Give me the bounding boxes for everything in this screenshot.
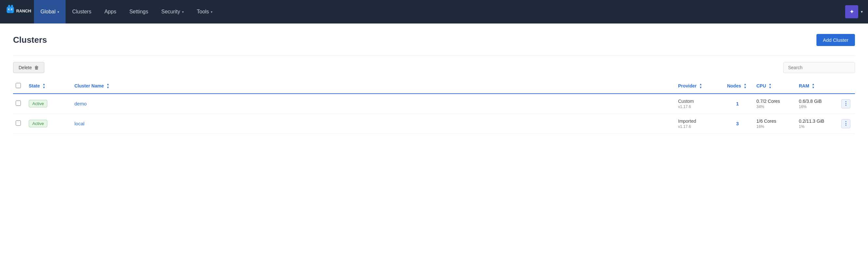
- delete-button[interactable]: Delete 🗑: [13, 62, 44, 73]
- row-checkbox-0[interactable]: [16, 100, 21, 106]
- search-input[interactable]: [783, 62, 855, 73]
- navbar-right: ✦ ▾: [845, 5, 863, 18]
- provider-sort-icon: ▲▼: [699, 83, 702, 89]
- cluster-name-link[interactable]: demo: [74, 101, 87, 107]
- table-body: Active demo Custom v1.17.6 1 0.7/2 Cores…: [13, 94, 855, 134]
- cpu-column-header[interactable]: CPU ▲▼: [754, 79, 796, 94]
- row-provider-cell: Imported v1.17.6: [676, 114, 721, 134]
- row-state-cell: Active: [26, 114, 72, 134]
- cpu-sort-icon: ▲▼: [769, 83, 771, 89]
- global-chevron-icon: ▾: [57, 10, 59, 14]
- ram-gib: 0.6/3.8 GiB: [799, 98, 836, 104]
- cpu-cores: 0.7/2 Cores: [756, 98, 794, 104]
- cluster-name-link[interactable]: local: [74, 121, 85, 126]
- page-content: Clusters Add Cluster Delete 🗑 State ▲▼: [0, 24, 868, 267]
- row-checkbox-cell: [13, 114, 26, 134]
- clusters-table: State ▲▼ Cluster Name ▲▼ Provider ▲▼ Nod…: [13, 79, 855, 134]
- tools-chevron-icon: ▾: [211, 10, 212, 14]
- security-chevron-icon: ▾: [182, 10, 184, 14]
- select-all-checkbox[interactable]: [16, 83, 21, 88]
- ellipsis-vertical-icon: ⋮: [843, 100, 848, 107]
- nodes-count-link[interactable]: 3: [736, 121, 739, 126]
- page-header: Clusters Add Cluster: [13, 34, 855, 46]
- row-checkbox-1[interactable]: [16, 120, 21, 126]
- ram-column-header[interactable]: RAM ▲▼: [796, 79, 839, 94]
- provider-name: Imported: [678, 118, 718, 124]
- row-state-cell: Active: [26, 94, 72, 114]
- trash-icon: 🗑: [34, 65, 39, 70]
- row-actions-cell: ⋮: [839, 114, 855, 134]
- provider-version: v1.17.6: [678, 124, 718, 129]
- row-ram-cell: 0.2/11.3 GiB 1%: [796, 114, 839, 134]
- svg-point-6: [12, 9, 13, 10]
- state-sort-icon: ▲▼: [42, 83, 45, 89]
- ram-percent: 1%: [799, 124, 836, 129]
- select-all-col: [13, 79, 26, 94]
- provider-version: v1.17.6: [678, 105, 718, 109]
- row-name-cell: local: [72, 114, 676, 134]
- nav-item-tools[interactable]: Tools ▾: [190, 0, 219, 24]
- table-header: State ▲▼ Cluster Name ▲▼ Provider ▲▼ Nod…: [13, 79, 855, 94]
- nav-item-apps[interactable]: Apps: [98, 0, 123, 24]
- cpu-percent: 34%: [756, 105, 794, 109]
- row-cpu-cell: 0.7/2 Cores 34%: [754, 94, 796, 114]
- search-wrap: [783, 62, 855, 73]
- navbar: RANCHER Global ▾ Clusters Apps Settings …: [0, 0, 868, 24]
- rancher-logo: RANCHER: [5, 4, 31, 20]
- row-nodes-cell: 3: [721, 114, 754, 134]
- row-provider-cell: Custom v1.17.6: [676, 94, 721, 114]
- nav-item-settings[interactable]: Settings: [123, 0, 155, 24]
- nodes-sort-icon: ▲▼: [744, 83, 747, 89]
- row-actions-button[interactable]: ⋮: [841, 119, 850, 128]
- cpu-percent: 16%: [756, 124, 794, 129]
- page-title: Clusters: [13, 35, 47, 45]
- nodes-count-link[interactable]: 1: [736, 101, 739, 107]
- svg-text:RANCHER: RANCHER: [16, 9, 31, 13]
- name-column-header[interactable]: Cluster Name ▲▼: [72, 79, 676, 94]
- cpu-cores: 1/6 Cores: [756, 118, 794, 124]
- row-ram-cell: 0.6/3.8 GiB 16%: [796, 94, 839, 114]
- add-cluster-button[interactable]: Add Cluster: [816, 34, 855, 46]
- nav-item-security[interactable]: Security ▾: [155, 0, 190, 24]
- nav-items: Global ▾ Clusters Apps Settings Security…: [34, 0, 845, 24]
- svg-rect-7: [9, 11, 11, 13]
- table-row: Active demo Custom v1.17.6 1 0.7/2 Cores…: [13, 94, 855, 114]
- cluster-plus-icon: ✦: [849, 8, 854, 16]
- row-name-cell: demo: [72, 94, 676, 114]
- state-badge: Active: [29, 120, 47, 127]
- name-sort-icon: ▲▼: [106, 83, 109, 89]
- provider-name: Custom: [678, 98, 718, 104]
- navbar-right-chevron-icon[interactable]: ▾: [861, 9, 863, 14]
- svg-rect-1: [8, 5, 10, 8]
- table-row: Active local Imported v1.17.6 3 1/6 Core…: [13, 114, 855, 134]
- ram-sort-icon: ▲▼: [812, 83, 815, 89]
- row-actions-cell: ⋮: [839, 94, 855, 114]
- nav-item-clusters[interactable]: Clusters: [66, 0, 98, 24]
- ram-percent: 16%: [799, 105, 836, 109]
- state-badge: Active: [29, 100, 47, 108]
- row-cpu-cell: 1/6 Cores 16%: [754, 114, 796, 134]
- svg-rect-2: [11, 5, 13, 8]
- row-actions-button[interactable]: ⋮: [841, 99, 850, 108]
- provider-column-header[interactable]: Provider ▲▼: [676, 79, 721, 94]
- svg-point-5: [9, 9, 10, 10]
- actions-col-header: [839, 79, 855, 94]
- row-nodes-cell: 1: [721, 94, 754, 114]
- logo: RANCHER: [5, 4, 31, 20]
- nav-item-global[interactable]: Global ▾: [34, 0, 66, 24]
- nav-icon-button[interactable]: ✦: [845, 5, 858, 18]
- state-column-header[interactable]: State ▲▼: [26, 79, 72, 94]
- nodes-column-header[interactable]: Nodes ▲▼: [721, 79, 754, 94]
- row-checkbox-cell: [13, 94, 26, 114]
- table-toolbar: Delete 🗑: [13, 62, 855, 76]
- ellipsis-vertical-icon: ⋮: [843, 120, 848, 127]
- ram-gib: 0.2/11.3 GiB: [799, 118, 836, 124]
